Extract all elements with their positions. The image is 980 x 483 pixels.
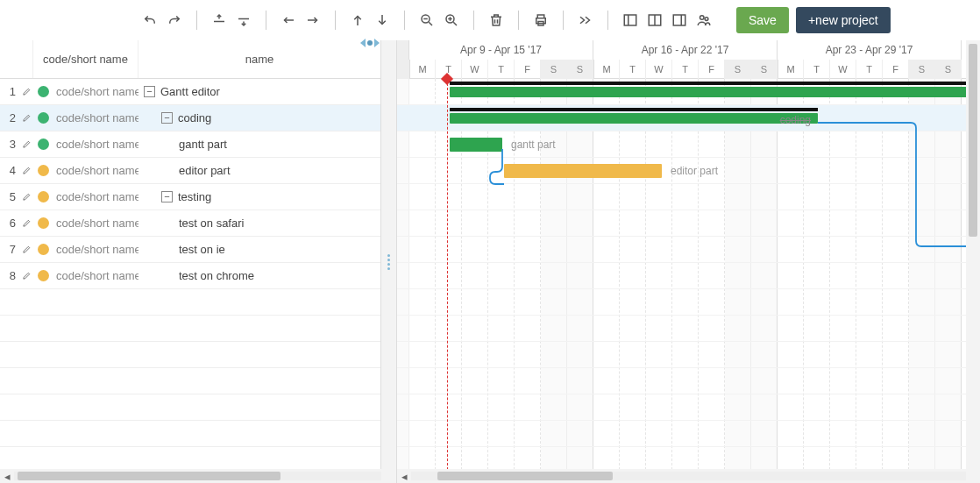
code-cell[interactable]: code/short name (53, 243, 138, 256)
gantt-row[interactable]: gantt part (397, 131, 980, 158)
move-up-icon[interactable] (348, 11, 367, 30)
week-header: Apr 9 - Apr 15 '17 (409, 40, 593, 60)
redo-icon[interactable] (165, 11, 184, 30)
indent-icon[interactable] (303, 11, 323, 30)
split-right-icon[interactable] (670, 11, 689, 30)
status-dot (33, 112, 53, 124)
header-name: name (138, 40, 380, 78)
table-row[interactable]: 7code/short nametest on ie (0, 237, 380, 263)
gantt-bar[interactable]: coding (450, 113, 818, 124)
code-cell[interactable]: code/short name (53, 85, 138, 98)
table-row[interactable]: 3code/short namegantt part (0, 131, 380, 158)
tree-toggle-icon[interactable]: − (161, 191, 173, 202)
zoom-out-icon[interactable] (417, 11, 437, 30)
task-name: coding (178, 111, 211, 124)
split-left-icon[interactable] (621, 11, 640, 30)
status-dot (33, 244, 53, 255)
main: code/short name name 1code/short name−Ga… (0, 40, 980, 483)
resources-icon[interactable] (694, 11, 714, 30)
code-cell[interactable]: code/short name (53, 111, 138, 124)
gantt-row[interactable]: editor part (397, 158, 980, 184)
print-icon[interactable] (531, 11, 550, 30)
bar-label: gantt part (511, 138, 556, 152)
vertical-scrollbar[interactable] (966, 40, 980, 483)
task-name: testing (178, 190, 211, 203)
code-cell[interactable]: code/short name (53, 190, 138, 203)
name-cell[interactable]: test on chrome (138, 269, 380, 282)
name-cell[interactable]: test on ie (138, 243, 380, 256)
gantt-row[interactable] (397, 263, 980, 289)
gantt-body[interactable]: codinggantt parteditor part (397, 79, 980, 483)
day-header: F (883, 60, 909, 79)
svg-point-8 (705, 18, 708, 21)
svg-point-7 (700, 16, 705, 20)
gantt-chart: Apr 9 - Apr 15 '17Apr 16 - Apr 22 '17Apr… (397, 40, 980, 483)
day-header: T (672, 60, 699, 79)
task-name: editor part (179, 164, 231, 177)
edit-icon[interactable] (19, 271, 33, 281)
edit-icon[interactable] (19, 87, 33, 96)
edit-icon[interactable] (19, 113, 33, 123)
name-cell[interactable]: test on safari (138, 217, 380, 230)
splitter-handle[interactable] (381, 40, 397, 483)
code-cell[interactable]: code/short name (53, 217, 138, 230)
name-cell[interactable]: gantt part (138, 138, 380, 151)
table-row[interactable]: 8code/short nametest on chrome (0, 263, 380, 289)
zoom-in-icon[interactable] (442, 11, 461, 30)
gantt-bar[interactable]: gantt part (450, 138, 502, 152)
tree-toggle-icon[interactable]: − (161, 112, 173, 124)
table-row[interactable]: 5code/short name−testing (0, 184, 380, 210)
critical-path-icon[interactable] (576, 11, 595, 30)
edit-icon[interactable] (19, 245, 33, 254)
table-row[interactable]: 6code/short nametest on safari (0, 210, 380, 237)
new-project-button[interactable]: +new project (796, 7, 891, 33)
task-name: test on safari (179, 217, 244, 230)
table-row[interactable]: 4code/short nameeditor part (0, 158, 380, 184)
gantt-row[interactable] (397, 289, 980, 316)
delete-icon[interactable] (486, 11, 506, 30)
gantt-bar[interactable]: editor part (504, 164, 662, 178)
day-header: F (699, 60, 725, 79)
table-row[interactable]: 2code/short name−coding (0, 105, 380, 131)
day-header: T (488, 60, 515, 79)
insert-row-above-icon[interactable] (209, 11, 229, 30)
day-header: F (515, 60, 541, 79)
gantt-row[interactable] (397, 421, 980, 447)
task-name: test on chrome (179, 269, 254, 282)
code-cell[interactable]: code/short name (53, 269, 138, 282)
undo-icon[interactable] (140, 11, 160, 30)
edit-icon[interactable] (19, 192, 33, 202)
edit-icon[interactable] (19, 139, 33, 149)
name-cell[interactable]: −testing (138, 190, 380, 203)
gantt-row[interactable] (397, 342, 980, 368)
gantt-row[interactable] (397, 316, 980, 342)
tree-toggle-icon[interactable]: − (144, 86, 155, 97)
task-name: test on ie (179, 243, 225, 256)
gantt-horizontal-scrollbar[interactable]: ◂ ▸ (397, 469, 980, 483)
day-header: S (751, 60, 778, 79)
name-cell[interactable]: −coding (138, 111, 380, 124)
code-cell[interactable]: code/short name (53, 164, 138, 177)
code-cell[interactable]: code/short name (53, 138, 138, 151)
move-down-icon[interactable] (373, 11, 392, 30)
gantt-row[interactable] (397, 368, 980, 394)
save-button[interactable]: Save (736, 7, 789, 33)
gantt-row[interactable] (397, 184, 980, 210)
insert-row-below-icon[interactable] (234, 11, 253, 30)
svg-rect-6 (673, 15, 685, 25)
edit-icon[interactable] (19, 166, 33, 175)
table-row[interactable]: 1code/short name−Gantt editor (0, 79, 380, 105)
split-both-icon[interactable] (645, 11, 664, 30)
task-table: code/short name name 1code/short name−Ga… (0, 40, 381, 483)
edit-icon[interactable] (19, 218, 33, 228)
outdent-icon[interactable] (279, 11, 298, 30)
gantt-row[interactable]: coding (397, 105, 980, 131)
gantt-row[interactable] (397, 210, 980, 237)
gantt-row[interactable] (397, 237, 980, 263)
gantt-row[interactable] (397, 79, 980, 105)
name-cell[interactable]: editor part (138, 164, 380, 177)
gantt-timeline-header: Apr 9 - Apr 15 '17Apr 16 - Apr 22 '17Apr… (397, 40, 980, 79)
name-cell[interactable]: −Gantt editor (138, 85, 380, 98)
gantt-bar[interactable] (450, 87, 976, 97)
gantt-row[interactable] (397, 394, 980, 421)
